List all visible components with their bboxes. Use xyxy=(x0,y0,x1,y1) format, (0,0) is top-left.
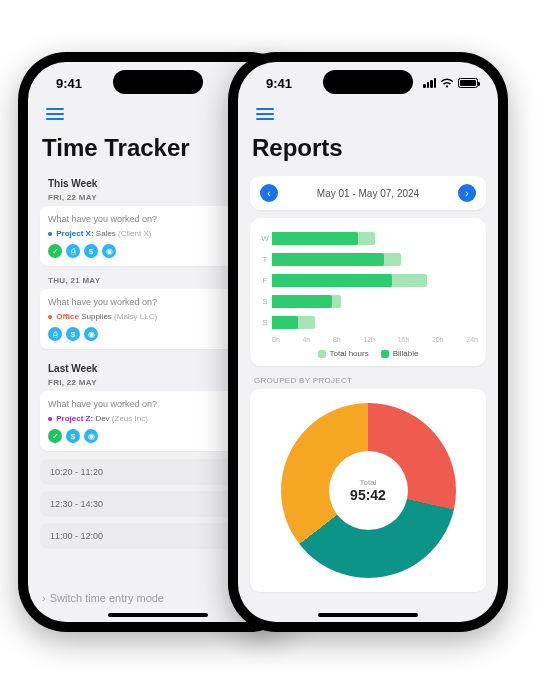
project-name: Project X: xyxy=(56,229,93,238)
page-title: Reports xyxy=(250,128,486,172)
prev-button[interactable]: ‹ xyxy=(260,184,278,202)
notch xyxy=(113,70,203,94)
chart-legend: Total hours Billable xyxy=(258,349,478,358)
project-name: Office xyxy=(56,312,79,321)
client-name: (Client X) xyxy=(118,229,151,238)
y-axis-label: T xyxy=(258,255,272,264)
donut-center: Total 95:42 xyxy=(329,451,408,530)
bar-billable xyxy=(272,316,298,329)
legend-swatch-billable xyxy=(381,350,389,358)
status-time: 9:41 xyxy=(266,76,292,91)
bar-billable xyxy=(272,274,392,287)
home-indicator xyxy=(318,613,418,617)
total-value: 95:42 xyxy=(350,487,386,503)
grouped-by-label: GROUPED BY PROJECT xyxy=(250,366,486,389)
bar-billable xyxy=(272,232,358,245)
dollar-icon[interactable]: $ xyxy=(66,429,80,443)
tag-icon[interactable]: ◉ xyxy=(84,327,98,341)
briefcase-icon[interactable]: ⎙ xyxy=(48,327,62,341)
y-axis-label: W xyxy=(258,234,272,243)
home-indicator xyxy=(108,613,208,617)
menu-icon[interactable] xyxy=(42,104,68,124)
chevron-right-icon: › xyxy=(42,592,46,604)
legend-swatch-total xyxy=(318,350,326,358)
project-dot xyxy=(48,417,52,421)
battery-icon xyxy=(458,78,478,88)
tag-icon[interactable]: ◉ xyxy=(84,429,98,443)
task-name: Sales xyxy=(96,229,116,238)
briefcase-icon[interactable]: ⎙ xyxy=(66,244,80,258)
project-dot xyxy=(48,315,52,319)
status-time: 9:41 xyxy=(56,76,82,91)
donut-chart-card: Total 95:42 xyxy=(250,389,486,592)
y-axis-label: F xyxy=(258,276,272,285)
total-label: Total xyxy=(360,478,377,487)
menu-icon[interactable] xyxy=(252,104,278,124)
date-range-label: May 01 - May 07, 2024 xyxy=(317,188,419,199)
y-axis-label: S xyxy=(258,318,272,327)
x-axis-ticks: 0h4h8h12h16h20h24h xyxy=(258,336,478,343)
bar-billable xyxy=(272,295,332,308)
next-button[interactable]: › xyxy=(458,184,476,202)
task-name: Supplies xyxy=(81,312,112,321)
y-axis-label: S xyxy=(258,297,272,306)
dollar-icon[interactable]: $ xyxy=(66,327,80,341)
wifi-icon xyxy=(440,78,454,89)
bar-chart-card: WTFSS 0h4h8h12h16h20h24h Total hours Bil… xyxy=(250,218,486,366)
date-range-picker: ‹ May 01 - May 07, 2024 › xyxy=(250,176,486,210)
check-icon[interactable]: ✓ xyxy=(48,429,62,443)
tag-icon[interactable]: ◉ xyxy=(102,244,116,258)
task-name: Dev xyxy=(95,414,109,423)
project-name: Project Z: xyxy=(56,414,93,423)
notch xyxy=(323,70,413,94)
check-icon[interactable]: ✓ xyxy=(48,244,62,258)
bar-billable xyxy=(272,253,384,266)
client-name: (Zeus Inc) xyxy=(112,414,148,423)
donut-chart: Total 95:42 xyxy=(281,403,456,578)
screen-right: 9:41 Reports ‹ May 01 - May 07, 2024 › W… xyxy=(238,62,498,622)
switch-mode-button[interactable]: › Switch time entry mode xyxy=(42,592,164,604)
bar-chart: WTFSS xyxy=(258,228,478,333)
project-dot xyxy=(48,232,52,236)
dollar-icon[interactable]: $ xyxy=(84,244,98,258)
client-name: (Maisy LLC) xyxy=(114,312,157,321)
phone-mockup-right: 9:41 Reports ‹ May 01 - May 07, 2024 › W… xyxy=(228,52,508,632)
signal-icon xyxy=(423,78,436,88)
